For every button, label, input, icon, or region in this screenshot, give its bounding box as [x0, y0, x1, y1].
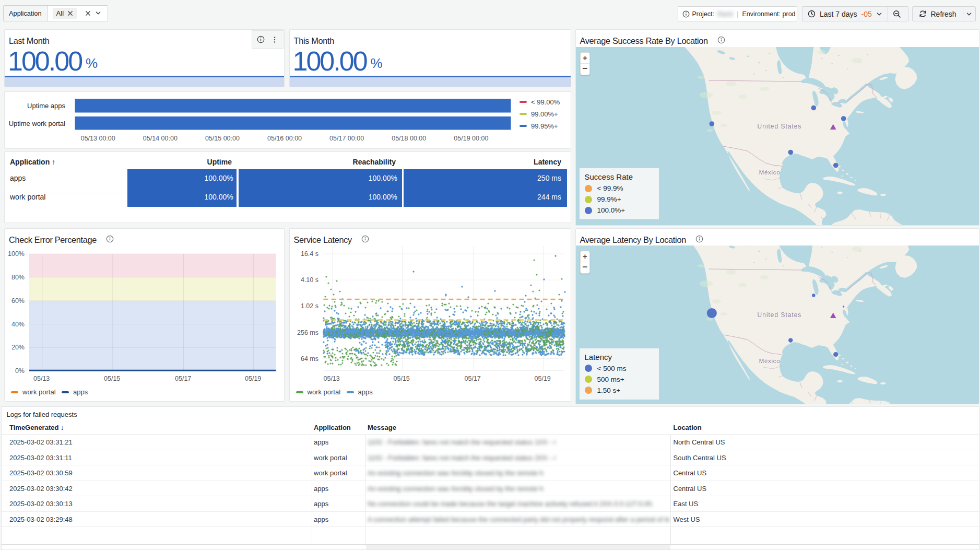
- svg-text:México: México: [759, 358, 780, 364]
- svg-text:México: México: [759, 169, 780, 175]
- svg-text:United States: United States: [757, 311, 801, 319]
- svg-text:United States: United States: [757, 123, 801, 130]
